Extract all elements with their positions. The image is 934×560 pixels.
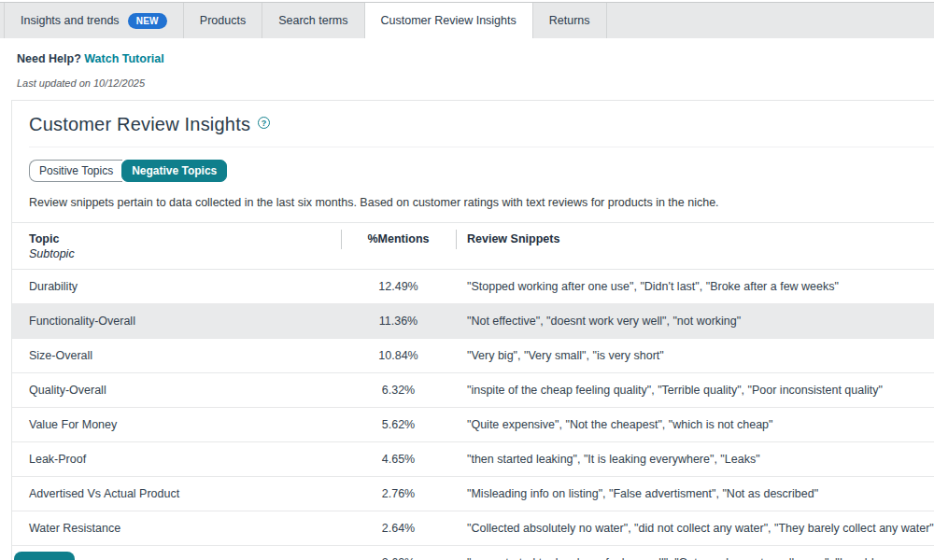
mentions-cell: 11.36%	[341, 315, 456, 328]
snippets-cell: "Collected absolutely no water", "did no…	[456, 522, 934, 535]
watch-tutorial-link[interactable]: Watch Tutorial	[84, 52, 163, 65]
mentions-cell: 4.65%	[341, 453, 456, 466]
mentions-cell: 2.64%	[341, 522, 456, 535]
panel-header: Customer Review Insights ?	[12, 101, 934, 135]
column-header-subtopic: Subtopic	[29, 246, 341, 261]
mentions-cell: 10.84%	[341, 349, 456, 362]
topic-cell: Water Resistance	[12, 522, 341, 535]
table-body: Durability12.49%"Stopped working after o…	[12, 270, 934, 560]
header-column-divider	[341, 230, 342, 249]
tab-label: Customer Review Insights	[381, 14, 517, 27]
table-row[interactable]: Leak-Proof4.65%"then started leaking", "…	[12, 442, 934, 477]
snippets-cell: "Quite expensive", "Not the cheapest", "…	[456, 418, 934, 431]
need-help-label: Need Help?	[17, 52, 81, 65]
column-header-snippets: Review Snippets	[456, 231, 934, 246]
positive-topics-toggle[interactable]: Positive Topics	[29, 160, 122, 182]
last-updated-text: Last updated on 10/12/2025	[17, 77, 934, 89]
topics-toggle-group: Positive Topics Negative Topics	[29, 160, 227, 182]
tab-insights-and-trends[interactable]: Insights and trendsNEW	[4, 3, 184, 38]
title-divider	[29, 147, 934, 147]
customer-review-insights-panel: Customer Review Insights ? Positive Topi…	[11, 100, 934, 560]
tab-label: Products	[200, 14, 246, 27]
table-row[interactable]: Functionality-Overall11.36%"Not effectiv…	[12, 304, 934, 339]
mentions-cell: 12.49%	[341, 280, 456, 293]
snippets-cell: "then started leaking", "It is leaking e…	[456, 453, 934, 466]
mentions-cell: 2.76%	[341, 487, 456, 500]
review-insights-table: Topic Subtopic %Mentions Review Snippets…	[12, 222, 934, 560]
table-row[interactable]: Durability12.49%"Stopped working after o…	[12, 270, 934, 304]
topic-cell: Quality-Overall	[12, 384, 341, 397]
tab-products[interactable]: Products	[184, 3, 262, 38]
need-help-line: Need Help? Watch Tutorial	[17, 52, 934, 65]
page-title: Customer Review Insights	[29, 114, 250, 135]
topic-cell: Advertised Vs Actual Product	[12, 487, 341, 500]
header-column-divider	[456, 230, 457, 249]
topic-cell: Leak-Proof	[12, 453, 341, 466]
tab-returns[interactable]: Returns	[533, 3, 607, 38]
table-row[interactable]: Smell2.62%"even started to develop a fun…	[12, 546, 934, 560]
tab-bar: Insights and trendsNEWProductsSearch ter…	[0, 2, 934, 38]
snippets-cell: "Misleading info on listing", "False adv…	[456, 487, 934, 500]
table-row[interactable]: Advertised Vs Actual Product2.76%"Mislea…	[12, 477, 934, 511]
table-row[interactable]: Value For Money5.62%"Quite expensive", "…	[12, 408, 934, 442]
table-row[interactable]: Water Resistance2.64%"Collected absolute…	[12, 511, 934, 546]
topic-cell: Functionality-Overall	[12, 315, 341, 328]
tab-label: Returns	[549, 14, 590, 27]
tab-customer-review-insights[interactable]: Customer Review Insights	[365, 3, 533, 38]
help-question-icon[interactable]: ?	[258, 117, 270, 129]
snippets-cell: "inspite of the cheap feeling quality", …	[456, 384, 934, 397]
new-badge: NEW	[128, 13, 167, 29]
topic-cell: Value For Money	[12, 418, 341, 431]
negative-topics-toggle[interactable]: Negative Topics	[121, 160, 227, 182]
tab-label: Search terms	[278, 14, 347, 27]
table-row[interactable]: Size-Overall10.84%"Very big", "Very smal…	[12, 339, 934, 373]
table-row[interactable]: Quality-Overall6.32%"inspite of the chea…	[12, 373, 934, 408]
topic-cell: Size-Overall	[12, 349, 341, 362]
mentions-cell: 5.62%	[341, 418, 456, 431]
topic-cell: Durability	[12, 280, 341, 293]
snippets-cell: "Stopped working after one use", "Didn't…	[456, 280, 934, 293]
mentions-cell: 2.62%	[341, 556, 456, 560]
feedback-button[interactable]	[14, 552, 75, 560]
column-header-topic: Topic Subtopic	[12, 231, 341, 261]
table-header-row: Topic Subtopic %Mentions Review Snippets	[12, 222, 934, 270]
snippets-cell: "Not effective", "doesnt work very well"…	[456, 315, 934, 328]
mentions-cell: 6.32%	[341, 384, 456, 397]
column-header-mentions: %Mentions	[341, 231, 456, 246]
table-description: Review snippets pertain to data collecte…	[29, 196, 934, 209]
tab-search-terms[interactable]: Search terms	[262, 3, 364, 38]
tab-label: Insights and trends	[21, 14, 120, 27]
snippets-cell: "Very big", "Very small", "is very short…	[456, 349, 934, 362]
snippets-cell: "even started to develop a funky smell",…	[456, 556, 934, 560]
